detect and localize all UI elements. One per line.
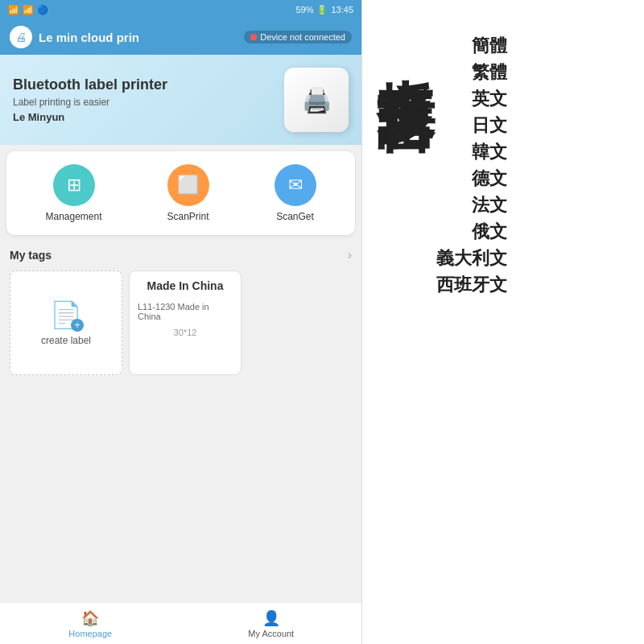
lang-traditional: 繁體 xyxy=(436,59,507,85)
signal-icon: 📶 xyxy=(8,5,19,15)
lang-spanish: 西班牙文 xyxy=(436,271,507,298)
mytags-section: My tags › 📄 + create label Made In China… xyxy=(0,242,361,382)
lang-french: 法文 xyxy=(436,192,507,218)
nav-homepage[interactable]: 🏠 Homepage xyxy=(0,603,181,644)
lang-english: 英文 xyxy=(436,85,507,112)
app-logo-icon: 🖨 xyxy=(10,26,32,48)
status-left: 📶 📶 🔵 xyxy=(8,5,48,15)
status-right: 59% 🔋 13:45 xyxy=(295,5,353,15)
banner-brand: Le Minyun xyxy=(13,111,167,123)
language-list: 簡體 繁體 英文 日文 韓文 德文 法文 俄文 義大利文 西班牙文 xyxy=(436,32,507,298)
lang-korean: 韓文 xyxy=(436,138,507,165)
scanprint-icon: ⬜ xyxy=(167,164,209,206)
create-icon: 📄 + xyxy=(50,299,82,330)
status-bar: 📶 📶 🔵 59% 🔋 13:45 xyxy=(0,0,361,19)
time-text: 13:45 xyxy=(331,5,353,14)
nav-myaccount-label: My Account xyxy=(248,629,294,638)
lang-italian: 義大利文 xyxy=(436,245,507,271)
device-status-badge: Device not connected xyxy=(244,31,352,43)
signal-icon2: 📶 xyxy=(23,5,34,15)
create-label-text: create label xyxy=(41,335,91,346)
lang-russian: 俄文 xyxy=(436,218,507,245)
management-label: Management xyxy=(45,211,101,222)
banner: Bluetooth label printer Label printing i… xyxy=(0,55,361,145)
action-section: ⊞ Management ⬜ ScanPrint ✉ ScanGet xyxy=(6,151,355,235)
account-icon: 👤 xyxy=(262,609,280,627)
device-dot-icon xyxy=(250,34,257,40)
mytags-header: My tags › xyxy=(10,248,352,262)
banner-title: Bluetooth label printer xyxy=(13,76,167,93)
app-header: 🖨 Le min cloud prin Device not connected xyxy=(0,19,361,55)
tag-cards: 📄 + create label Made In China L11-1230 … xyxy=(10,270,352,375)
phone-panel: 📶 📶 🔵 59% 🔋 13:45 🖨 Le min cloud prin De… xyxy=(0,0,362,644)
made-in-china-card[interactable]: Made In China L11-1230 Made in China 30*… xyxy=(129,270,242,375)
scanget-label: ScanGet xyxy=(276,211,314,222)
app-title: Le min cloud prin xyxy=(39,31,237,44)
lang-japanese: 日文 xyxy=(436,112,507,138)
nav-myaccount[interactable]: 👤 My Account xyxy=(181,603,362,644)
label-card-size: 30*12 xyxy=(138,328,233,337)
mytags-title: My tags xyxy=(10,249,52,262)
nav-homepage-label: Homepage xyxy=(68,629,112,638)
scanget-icon: ✉ xyxy=(275,164,316,206)
right-content: 支援多語言 簡體 繁體 英文 日文 韓文 德文 法文 俄文 義大利文 西班牙文 xyxy=(375,16,631,628)
label-card-sub: L11-1230 Made in China xyxy=(138,302,233,321)
lang-german: 德文 xyxy=(436,165,507,192)
text-panel: 支援多語言 簡體 繁體 英文 日文 韓文 德文 法文 俄文 義大利文 西班牙文 xyxy=(362,0,644,644)
mytags-arrow-icon[interactable]: › xyxy=(348,248,352,262)
banner-subtitle: Label printing is easier xyxy=(13,97,167,108)
scanget-button[interactable]: ✉ ScanGet xyxy=(275,164,316,222)
banner-text: Bluetooth label printer Label printing i… xyxy=(13,76,167,123)
management-button[interactable]: ⊞ Management xyxy=(45,164,101,222)
lang-simplified: 簡體 xyxy=(436,32,507,59)
label-card-title: Made In China xyxy=(138,279,233,292)
scanprint-button[interactable]: ⬜ ScanPrint xyxy=(167,164,209,222)
home-icon: 🏠 xyxy=(81,609,99,627)
bottom-nav: 🏠 Homepage 👤 My Account xyxy=(0,602,361,644)
create-plus-icon: + xyxy=(71,319,84,332)
management-icon: ⊞ xyxy=(53,164,95,206)
device-status-text: Device not connected xyxy=(260,32,345,42)
battery-text: 59% xyxy=(295,5,313,14)
battery-icon: 🔋 xyxy=(316,5,328,15)
printer-device-image: 🖨️ xyxy=(284,68,349,132)
scanprint-label: ScanPrint xyxy=(167,211,209,222)
create-label-card[interactable]: 📄 + create label xyxy=(10,270,122,375)
big-chinese-text: 支援多語言 xyxy=(375,32,436,419)
bluetooth-icon: 🔵 xyxy=(37,5,48,15)
